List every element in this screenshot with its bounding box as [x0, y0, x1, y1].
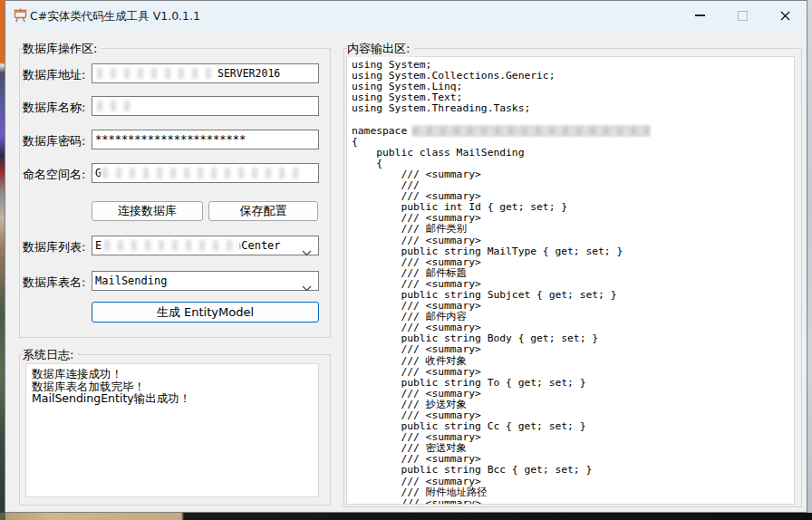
titlebar[interactable]: C#实体类代码生成工具 V1.0.1.1	[5, 1, 807, 30]
app-icon	[13, 8, 28, 26]
namespace-label: 命名空间名:	[23, 167, 85, 183]
close-button[interactable]	[764, 1, 807, 30]
minimize-icon	[695, 14, 705, 16]
db-list-label: 数据库列表:	[23, 239, 85, 255]
db-list-dropdown[interactable]: E nCenter	[92, 236, 319, 255]
redaction-overlay	[411, 125, 651, 137]
db-list-value-prefix: E	[95, 239, 102, 252]
redaction-overlay	[102, 238, 240, 253]
db-password-input[interactable]: ***********************	[92, 130, 319, 149]
close-icon	[780, 11, 790, 21]
db-address-input[interactable]: SERVER2016	[92, 63, 319, 83]
table-name-label: 数据库表名:	[23, 274, 85, 291]
desktop-edge-right	[807, 0, 812, 520]
code-output-textarea[interactable]: using System; using System.Collections.G…	[346, 56, 795, 505]
app-window: C#实体类代码生成工具 V1.0.1.1 数据库操作区: 数据库地址: SERV…	[5, 0, 807, 513]
db-password-label: 数据库密码:	[23, 133, 85, 149]
db-name-input[interactable]	[92, 96, 319, 116]
group-database-operations-title: 数据库操作区:	[23, 41, 102, 57]
group-system-log-title: 系统日志:	[23, 347, 78, 363]
connect-database-button[interactable]: 连接数据库	[92, 201, 203, 221]
minimize-button[interactable]	[679, 1, 721, 30]
redaction-overlay	[95, 99, 139, 113]
chevron-down-icon	[302, 244, 312, 262]
db-list-value-suffix: nCenter	[235, 236, 281, 255]
table-name-value: MailSending	[95, 274, 167, 287]
group-database-operations	[19, 48, 331, 338]
save-config-button[interactable]: 保存配置	[208, 201, 318, 221]
db-address-label: 数据库地址:	[23, 67, 85, 83]
chevron-down-icon	[302, 279, 312, 297]
maximize-icon	[738, 11, 748, 21]
table-name-dropdown[interactable]: MailSending	[92, 271, 319, 291]
redaction-overlay	[95, 66, 213, 81]
maximize-button[interactable]	[721, 1, 764, 30]
namespace-input[interactable]: G	[92, 163, 319, 183]
window-title: C#实体类代码生成工具 V1.0.1.1	[30, 9, 200, 24]
generate-entitymodel-button[interactable]: 生成 EntityModel	[92, 302, 319, 323]
redaction-overlay	[101, 166, 307, 180]
system-log-textarea[interactable]: 数据库连接成功！ 数据库表名加载完毕！ MailSendingEntity输出成…	[25, 363, 319, 497]
db-name-label: 数据库名称:	[23, 100, 85, 116]
group-content-output-title: 内容输出区:	[347, 41, 414, 57]
taskbar-edge-bottom	[0, 513, 812, 520]
